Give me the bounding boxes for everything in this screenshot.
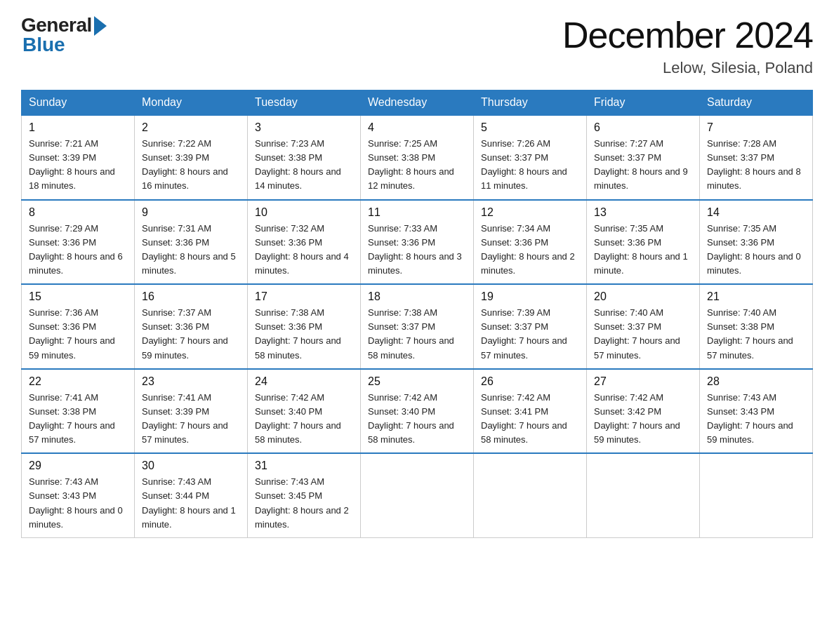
day-number: 23	[142, 375, 240, 388]
day-number: 16	[142, 290, 240, 303]
day-info: Sunrise: 7:31 AMSunset: 3:36 PMDaylight:…	[142, 222, 240, 279]
calendar-table: Sunday Monday Tuesday Wednesday Thursday…	[21, 90, 813, 538]
day-cell: 27 Sunrise: 7:42 AMSunset: 3:42 PMDaylig…	[587, 369, 700, 454]
day-number: 8	[29, 206, 127, 219]
day-cell: 23 Sunrise: 7:41 AMSunset: 3:39 PMDaylig…	[135, 369, 248, 454]
day-info: Sunrise: 7:40 AMSunset: 3:37 PMDaylight:…	[594, 306, 692, 363]
day-cell: 12 Sunrise: 7:34 AMSunset: 3:36 PMDaylig…	[474, 200, 587, 285]
day-number: 24	[255, 375, 353, 388]
day-info: Sunrise: 7:39 AMSunset: 3:37 PMDaylight:…	[481, 306, 579, 363]
day-number: 30	[142, 459, 240, 472]
day-info: Sunrise: 7:42 AMSunset: 3:41 PMDaylight:…	[481, 391, 579, 448]
week-row-4: 22 Sunrise: 7:41 AMSunset: 3:38 PMDaylig…	[22, 369, 813, 454]
day-number: 19	[481, 290, 579, 303]
week-row-3: 15 Sunrise: 7:36 AMSunset: 3:36 PMDaylig…	[22, 284, 813, 369]
day-cell: 7 Sunrise: 7:28 AMSunset: 3:37 PMDayligh…	[700, 115, 813, 200]
day-cell	[700, 453, 813, 537]
day-cell: 15 Sunrise: 7:36 AMSunset: 3:36 PMDaylig…	[22, 284, 135, 369]
day-info: Sunrise: 7:41 AMSunset: 3:39 PMDaylight:…	[142, 391, 240, 448]
day-cell: 2 Sunrise: 7:22 AMSunset: 3:39 PMDayligh…	[135, 115, 248, 200]
day-number: 17	[255, 290, 353, 303]
week-row-2: 8 Sunrise: 7:29 AMSunset: 3:36 PMDayligh…	[22, 200, 813, 285]
day-cell: 25 Sunrise: 7:42 AMSunset: 3:40 PMDaylig…	[361, 369, 474, 454]
day-number: 21	[707, 290, 805, 303]
day-info: Sunrise: 7:38 AMSunset: 3:36 PMDaylight:…	[255, 306, 353, 363]
day-info: Sunrise: 7:28 AMSunset: 3:37 PMDaylight:…	[707, 137, 805, 194]
day-number: 26	[481, 375, 579, 388]
page-header: General Blue December 2024 Lelow, Silesi…	[21, 14, 813, 77]
day-number: 10	[255, 206, 353, 219]
day-cell: 30 Sunrise: 7:43 AMSunset: 3:44 PMDaylig…	[135, 453, 248, 537]
day-number: 9	[142, 206, 240, 219]
week-row-1: 1 Sunrise: 7:21 AMSunset: 3:39 PMDayligh…	[22, 115, 813, 200]
day-cell: 28 Sunrise: 7:43 AMSunset: 3:43 PMDaylig…	[700, 369, 813, 454]
day-number: 14	[707, 206, 805, 219]
day-info: Sunrise: 7:35 AMSunset: 3:36 PMDaylight:…	[594, 222, 692, 279]
logo: General Blue	[21, 14, 107, 56]
day-info: Sunrise: 7:29 AMSunset: 3:36 PMDaylight:…	[29, 222, 127, 279]
week-row-5: 29 Sunrise: 7:43 AMSunset: 3:43 PMDaylig…	[22, 453, 813, 537]
day-info: Sunrise: 7:38 AMSunset: 3:37 PMDaylight:…	[368, 306, 466, 363]
day-cell: 5 Sunrise: 7:26 AMSunset: 3:37 PMDayligh…	[474, 115, 587, 200]
logo-arrow-icon	[94, 16, 107, 36]
location: Lelow, Silesia, Poland	[562, 59, 813, 77]
day-info: Sunrise: 7:43 AMSunset: 3:44 PMDaylight:…	[142, 475, 240, 532]
col-saturday: Saturday	[700, 90, 813, 116]
day-info: Sunrise: 7:34 AMSunset: 3:36 PMDaylight:…	[481, 222, 579, 279]
day-info: Sunrise: 7:27 AMSunset: 3:37 PMDaylight:…	[594, 137, 692, 194]
day-info: Sunrise: 7:37 AMSunset: 3:36 PMDaylight:…	[142, 306, 240, 363]
day-info: Sunrise: 7:22 AMSunset: 3:39 PMDaylight:…	[142, 137, 240, 194]
day-cell: 3 Sunrise: 7:23 AMSunset: 3:38 PMDayligh…	[248, 115, 361, 200]
col-friday: Friday	[587, 90, 700, 116]
day-info: Sunrise: 7:32 AMSunset: 3:36 PMDaylight:…	[255, 222, 353, 279]
day-info: Sunrise: 7:43 AMSunset: 3:43 PMDaylight:…	[707, 391, 805, 448]
day-info: Sunrise: 7:26 AMSunset: 3:37 PMDaylight:…	[481, 137, 579, 194]
day-cell: 29 Sunrise: 7:43 AMSunset: 3:43 PMDaylig…	[22, 453, 135, 537]
day-cell: 31 Sunrise: 7:43 AMSunset: 3:45 PMDaylig…	[248, 453, 361, 537]
day-info: Sunrise: 7:40 AMSunset: 3:38 PMDaylight:…	[707, 306, 805, 363]
day-number: 18	[368, 290, 466, 303]
day-number: 6	[594, 121, 692, 134]
day-number: 7	[707, 121, 805, 134]
day-cell: 22 Sunrise: 7:41 AMSunset: 3:38 PMDaylig…	[22, 369, 135, 454]
day-info: Sunrise: 7:43 AMSunset: 3:45 PMDaylight:…	[255, 475, 353, 532]
day-cell: 8 Sunrise: 7:29 AMSunset: 3:36 PMDayligh…	[22, 200, 135, 285]
day-cell: 19 Sunrise: 7:39 AMSunset: 3:37 PMDaylig…	[474, 284, 587, 369]
day-number: 25	[368, 375, 466, 388]
day-info: Sunrise: 7:21 AMSunset: 3:39 PMDaylight:…	[29, 137, 127, 194]
day-cell: 10 Sunrise: 7:32 AMSunset: 3:36 PMDaylig…	[248, 200, 361, 285]
day-info: Sunrise: 7:41 AMSunset: 3:38 PMDaylight:…	[29, 391, 127, 448]
day-number: 13	[594, 206, 692, 219]
title-block: December 2024 Lelow, Silesia, Poland	[562, 14, 813, 77]
logo-blue-text: Blue	[21, 34, 65, 56]
day-cell: 17 Sunrise: 7:38 AMSunset: 3:36 PMDaylig…	[248, 284, 361, 369]
day-info: Sunrise: 7:43 AMSunset: 3:43 PMDaylight:…	[29, 475, 127, 532]
day-cell: 6 Sunrise: 7:27 AMSunset: 3:37 PMDayligh…	[587, 115, 700, 200]
day-cell: 26 Sunrise: 7:42 AMSunset: 3:41 PMDaylig…	[474, 369, 587, 454]
col-tuesday: Tuesday	[248, 90, 361, 116]
day-cell: 13 Sunrise: 7:35 AMSunset: 3:36 PMDaylig…	[587, 200, 700, 285]
day-number: 11	[368, 206, 466, 219]
day-number: 12	[481, 206, 579, 219]
day-number: 3	[255, 121, 353, 134]
day-cell: 11 Sunrise: 7:33 AMSunset: 3:36 PMDaylig…	[361, 200, 474, 285]
day-info: Sunrise: 7:35 AMSunset: 3:36 PMDaylight:…	[707, 222, 805, 279]
col-monday: Monday	[135, 90, 248, 116]
header-row: Sunday Monday Tuesday Wednesday Thursday…	[22, 90, 813, 116]
col-thursday: Thursday	[474, 90, 587, 116]
day-cell: 24 Sunrise: 7:42 AMSunset: 3:40 PMDaylig…	[248, 369, 361, 454]
day-number: 2	[142, 121, 240, 134]
day-number: 29	[29, 459, 127, 472]
day-number: 5	[481, 121, 579, 134]
day-info: Sunrise: 7:25 AMSunset: 3:38 PMDaylight:…	[368, 137, 466, 194]
day-cell	[361, 453, 474, 537]
day-cell: 16 Sunrise: 7:37 AMSunset: 3:36 PMDaylig…	[135, 284, 248, 369]
day-cell	[587, 453, 700, 537]
day-info: Sunrise: 7:42 AMSunset: 3:40 PMDaylight:…	[368, 391, 466, 448]
day-cell: 21 Sunrise: 7:40 AMSunset: 3:38 PMDaylig…	[700, 284, 813, 369]
day-info: Sunrise: 7:42 AMSunset: 3:40 PMDaylight:…	[255, 391, 353, 448]
day-number: 1	[29, 121, 127, 134]
day-number: 27	[594, 375, 692, 388]
day-number: 28	[707, 375, 805, 388]
day-cell: 18 Sunrise: 7:38 AMSunset: 3:37 PMDaylig…	[361, 284, 474, 369]
